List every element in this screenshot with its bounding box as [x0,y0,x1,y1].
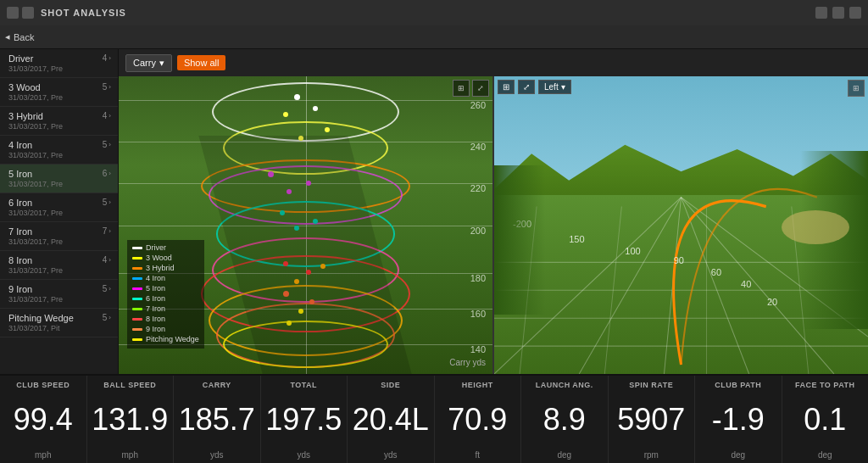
sidebar-item-date: 31/03/2017, Pre [8,64,63,73]
sidebar-item-date: 31/03/2017, Pit [8,324,74,332]
sidebar-item-6-iron[interactable]: 6 Iron 31/03/2017, Pre 5 › [0,193,118,222]
sidebar-item-info: 9 Iron 31/03/2017, Pre [8,284,63,304]
view-grid-icon[interactable]: ⊞ [498,80,515,94]
sidebar-item-count: 7 › [103,226,111,236]
stat-value: 20.4L [353,404,429,435]
sidebar-item-info: 4 Iron 31/03/2017, Pre [8,140,63,159]
sidebar-item-date: 31/03/2017, Pre [8,209,63,217]
sidebar-item-name: 5 Iron [8,169,63,179]
sidebar-item-date: 31/03/2017, Pre [8,122,63,131]
sidebar-item-3-hybrid[interactable]: 3 Hybrid 31/03/2017, Pre 4 › [0,107,118,136]
left-rough [494,165,545,315]
sidebar-item-count: 5 › [103,313,111,322]
dot-8iron-2 [294,279,299,284]
sidebar-item-pitching-wedge[interactable]: Pitching Wedge 31/03/2017, Pit 5 › [0,309,118,337]
carry-dropdown[interactable]: Carry ▾ [125,54,172,72]
legend-color [132,267,142,270]
stat-label: CARRY [203,381,231,389]
sidebar-item-3-wood[interactable]: 3 Wood 31/03/2017, Pre 5 › [0,78,118,107]
sidebar-item-5-iron[interactable]: 5 Iron 31/03/2017, Pre 6 › [0,165,118,193]
distance-260: 260 [470,100,486,110]
stat-value: 197.5 [265,404,342,435]
stat-label: TOTAL [290,381,317,389]
dist-40-label: 40 [741,279,751,289]
legend-item-3-hybrid: 3 Hybrid [132,264,199,272]
legend-color [132,247,142,249]
grid-icon[interactable]: ⊞ [453,80,470,97]
pw-ellipse [223,321,387,368]
legend: Driver 3 Wood 3 Hybrid 4 Iron 5 Iron 6 I… [127,240,204,349]
dot-5iron-1 [280,210,285,215]
stat-face-to-path: FACE TO PATH 0.1 deg [782,376,869,463]
back-label: Back [14,32,34,42]
stat-club-path: CLUB PATH -1.9 deg [695,376,782,463]
sidebar-item-name: 9 Iron [8,284,63,294]
stat-value: -1.9 [712,404,765,435]
3d-view-controls: ⊞ ⤢ Left ▾ [498,80,571,94]
sidebar-item-name: 8 Iron [8,255,63,265]
app-icon-2 [22,7,34,19]
legend-item-9-iron: 9 Iron [132,325,199,333]
back-button[interactable]: ◂ Back [5,31,34,42]
distance-140: 140 [470,344,486,354]
legend-name: 7 Iron [146,304,165,313]
sidebar: Driver 31/03/2017, Pre 4 › 3 Wood 31/03/… [0,49,119,374]
left-label: Left [544,82,559,92]
stat-unit: deg [731,450,745,460]
dot-9iron-1 [283,291,289,297]
dropdown-arrow-icon: ▾ [159,58,164,69]
left-view-dropdown[interactable]: Left ▾ [538,80,571,94]
sidebar-item-name: 6 Iron [8,198,63,208]
legend-item-pitching-wedge: Pitching Wedge [132,335,199,343]
legend-color [132,308,142,310]
dist-90-label: 90 [674,255,684,265]
sidebar-item-8-iron[interactable]: 8 Iron 31/03/2017, Pre 4 › [0,251,118,280]
legend-color [132,338,142,341]
toolbar: ◂ Back [0,25,868,49]
stat-unit: ft [475,450,480,460]
legend-item-6-iron: 6 Iron [132,294,199,303]
sidebar-item-info: 7 Iron 31/03/2017, Pre [8,226,63,246]
maximize-icon[interactable] [832,7,844,19]
stat-label: CLUB PATH [715,381,761,389]
sidebar-item-name: 3 Wood [8,82,63,92]
stat-value: 70.9 [448,404,507,435]
legend-item-driver: Driver [132,243,199,252]
carry-yds-label: Carry yds [449,358,486,367]
app-title: SHOT ANALYSIS [41,8,126,18]
dot-pw-1 [298,309,303,314]
bunker [782,210,849,244]
expand-icon[interactable]: ⤢ [472,80,489,97]
sidebar-item-date: 31/03/2017, Pre [8,295,63,304]
sidebar-item-7-iron[interactable]: 7 Iron 31/03/2017, Pre 7 › [0,222,118,251]
minimize-icon[interactable] [815,7,827,19]
legend-color [132,298,142,300]
stat-value: 8.9 [543,404,586,435]
stat-value: 99.4 [14,404,73,435]
sidebar-item-count: 4 › [103,53,111,63]
app-icon [7,7,19,19]
sidebar-item-date: 31/03/2017, Pre [8,266,63,275]
back-arrow-icon: ◂ [5,31,10,42]
distance-180: 180 [470,273,486,283]
sidebar-item-date: 31/03/2017, Pre [8,237,63,246]
stat-ball-speed: BALL SPEED 131.9 mph [87,376,175,463]
show-all-button[interactable]: Show all [177,55,226,70]
sidebar-item-4-iron[interactable]: 4 Iron 31/03/2017, Pre 5 › [0,136,118,165]
legend-color [132,328,142,331]
legend-name: Pitching Wedge [146,335,199,343]
close-icon[interactable] [849,7,861,19]
topdown-view-icons: ⊞ ⤢ [453,80,489,97]
stat-unit: mph [122,450,138,460]
sidebar-item-driver[interactable]: Driver 31/03/2017, Pre 4 › [0,49,118,78]
sidebar-item-name: Driver [8,53,63,64]
sidebar-item-name: Pitching Wedge [8,313,74,323]
content-area: Carry ▾ Show all 260 240 220 200 180 160… [119,49,868,374]
view-expand-icon[interactable]: ⤢ [518,80,535,94]
sidebar-item-name: 3 Hybrid [8,111,63,121]
legend-name: 4 Iron [146,274,165,282]
sidebar-item-9-iron[interactable]: 9 Iron 31/03/2017, Pre 5 › [0,280,118,309]
carry-label: Carry [133,58,156,68]
grid-view-icon[interactable]: ⊞ [848,80,865,97]
stat-label: LAUNCH ANG. [536,381,593,389]
